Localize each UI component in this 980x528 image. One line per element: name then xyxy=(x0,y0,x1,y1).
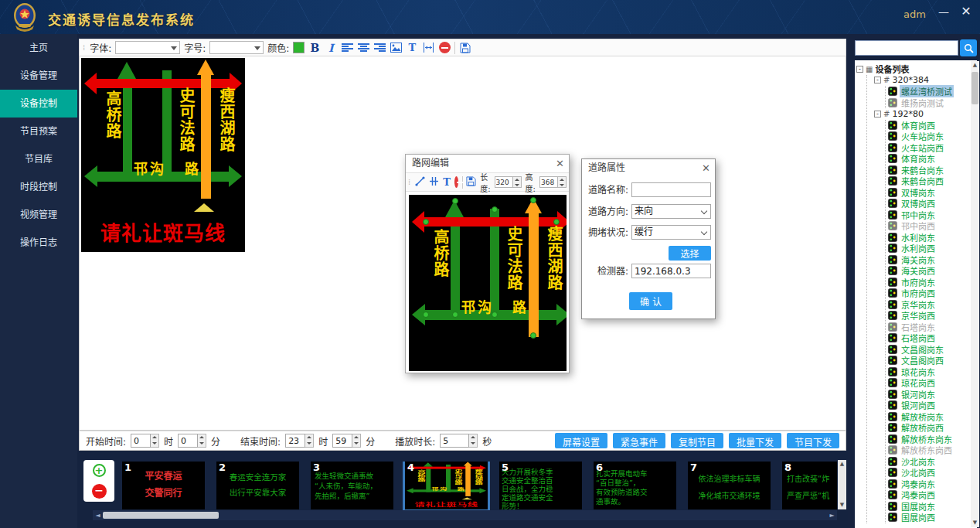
device-item[interactable]: 琼花岗东 xyxy=(888,366,966,378)
device-item[interactable]: 银河岗西 xyxy=(888,400,966,411)
align-right-button[interactable] xyxy=(373,41,386,54)
device-item[interactable]: 解放桥东岗东 xyxy=(888,434,966,445)
length-spinner[interactable] xyxy=(495,176,522,188)
text-tool-button[interactable]: T xyxy=(406,41,418,54)
program-thumbnail[interactable]: 5 大力开展秋冬季交通安全整治百日会战，全力稳定道路交通安全形势！ xyxy=(499,462,582,509)
sign-preview[interactable]: 高桥路 史可法路 瘦西湖路 邗沟 路 请礼让斑马线 xyxy=(81,58,245,252)
align-center-button[interactable] xyxy=(357,41,369,54)
device-item[interactable]: 火车站岗西 xyxy=(888,142,966,154)
device-group[interactable]: - # 320*384 xyxy=(874,75,966,87)
device-item[interactable]: 双博岗西 xyxy=(888,198,966,209)
device-item[interactable]: 琼花岗西 xyxy=(888,377,966,389)
program-thumbnail[interactable]: 7 依法治理非标车辆净化城市交通环境 xyxy=(688,462,771,509)
select-button[interactable]: 选择 xyxy=(669,246,711,261)
device-item[interactable]: 解放桥东岗西 xyxy=(888,445,966,456)
node-handle[interactable] xyxy=(530,332,536,339)
end-hour-input[interactable] xyxy=(285,434,305,448)
program-thumbnail[interactable]: 8 打击改装“炸严查严惩“机 xyxy=(782,462,837,509)
device-search-input[interactable] xyxy=(855,40,958,56)
scroll-right-icon[interactable]: ► xyxy=(827,512,837,519)
dialog-titlebar[interactable]: 路网编辑 ✕ xyxy=(406,155,569,172)
action-button-节目下发[interactable]: 节目下发 xyxy=(787,433,839,448)
scroll-left-icon[interactable]: ◄ xyxy=(93,512,103,519)
duration-input[interactable] xyxy=(440,434,469,448)
program-thumbnail[interactable]: 6 扎实开展电动车“百日整治”，有效预防道路交通事故。 xyxy=(594,462,676,509)
length-input[interactable] xyxy=(495,176,513,188)
device-item[interactable]: 沙北岗西 xyxy=(888,467,966,479)
device-tree-root[interactable]: - ▦ 设备列表 xyxy=(856,63,966,75)
congestion-select[interactable]: 缓行 xyxy=(631,225,711,240)
device-item[interactable]: 市府岗东 xyxy=(888,277,966,288)
action-button-复制节目[interactable]: 复制节目 xyxy=(671,433,723,448)
spinner-buttons[interactable] xyxy=(558,176,567,188)
action-button-屏幕设置[interactable]: 屏幕设置 xyxy=(555,433,607,448)
device-item[interactable]: 沙北岗东 xyxy=(888,456,966,468)
height-input[interactable] xyxy=(539,176,558,188)
save-button[interactable] xyxy=(466,175,476,189)
sidebar-item-设备控制[interactable]: 设备控制 xyxy=(0,90,77,118)
delete-button[interactable] xyxy=(438,41,451,54)
sidebar-item-节目库[interactable]: 节目库 xyxy=(0,145,77,173)
scroll-down-icon[interactable]: ▼ xyxy=(971,519,979,527)
device-group[interactable]: - # 192*80 xyxy=(874,108,966,120)
action-button-批量下发[interactable]: 批量下发 xyxy=(729,433,781,448)
road-name-input[interactable] xyxy=(631,182,711,197)
node-handle[interactable] xyxy=(423,312,429,318)
device-item[interactable]: 火车站岗东 xyxy=(888,131,966,142)
spacing-button[interactable] xyxy=(422,41,434,54)
italic-button[interactable]: I xyxy=(325,41,337,54)
program-thumbnail[interactable]: 1 平安春运交警同行 xyxy=(122,462,205,509)
device-item[interactable]: 体育岗西 xyxy=(888,120,966,131)
node-handle[interactable] xyxy=(553,219,560,225)
device-item[interactable]: 水利岗西 xyxy=(888,243,966,254)
device-item[interactable]: 石塔岗东 xyxy=(888,322,966,333)
vertical-scrollbar[interactable]: ▲ ▼ xyxy=(838,460,846,509)
device-item[interactable]: 国展岗东 xyxy=(888,501,966,513)
align-left-button[interactable] xyxy=(341,41,353,54)
device-item[interactable]: 京华岗西 xyxy=(888,310,966,322)
insert-image-button[interactable] xyxy=(390,41,402,54)
height-spinner[interactable] xyxy=(539,176,567,188)
device-item[interactable]: 解放桥岗东 xyxy=(888,411,966,423)
node-handle[interactable] xyxy=(452,198,458,204)
device-item[interactable]: 邗中岗西 xyxy=(888,220,966,232)
spinner-buttons[interactable] xyxy=(513,176,522,188)
device-item[interactable]: 维扬岗测试 xyxy=(888,97,966,109)
device-item[interactable]: 来鹤台岗东 xyxy=(888,165,966,176)
tree-scrollbar[interactable]: ▲ ▼ xyxy=(971,61,979,527)
program-thumbnail[interactable]: 2 春运安全连万家出行平安靠大家 xyxy=(216,462,299,509)
horizontal-scrollbar[interactable]: ◄ ► xyxy=(93,510,837,520)
duration-spinner[interactable] xyxy=(440,434,478,448)
sidebar-item-主页[interactable]: 主页 xyxy=(0,34,77,62)
device-item[interactable]: 体育岗东 xyxy=(888,153,966,165)
device-item[interactable]: 鸿泰岗东 xyxy=(888,479,966,490)
device-item[interactable]: 水利岗东 xyxy=(888,232,966,244)
node-handle[interactable] xyxy=(492,312,498,318)
sidebar-item-节目预案[interactable]: 节目预案 xyxy=(0,118,77,145)
scroll-up-icon[interactable]: ▲ xyxy=(971,61,979,70)
collapse-icon[interactable]: - xyxy=(856,66,863,73)
remove-program-button[interactable]: − xyxy=(92,484,107,499)
sidebar-item-时段控制[interactable]: 时段控制 xyxy=(0,173,77,201)
device-item[interactable]: 双博岗东 xyxy=(888,187,966,199)
device-item[interactable]: 邗中岗东 xyxy=(888,209,966,221)
road-direction-select[interactable]: 来向 xyxy=(631,204,711,219)
device-item[interactable]: 文昌阁岗东 xyxy=(888,344,966,356)
start-minute-input[interactable] xyxy=(178,434,198,448)
node-handle[interactable] xyxy=(452,312,458,318)
bold-button[interactable]: B xyxy=(308,41,321,54)
close-icon[interactable]: ✕ xyxy=(958,4,974,19)
close-icon[interactable]: ✕ xyxy=(702,159,710,177)
device-item[interactable]: 海关岗西 xyxy=(888,265,966,277)
device-item[interactable]: 海关岗东 xyxy=(888,254,966,266)
sidebar-item-设备管理[interactable]: 设备管理 xyxy=(0,62,77,90)
device-item[interactable]: 市府岗西 xyxy=(888,288,966,299)
device-item[interactable]: 鸿泰岗西 xyxy=(888,489,966,501)
draw-road-button[interactable] xyxy=(415,175,425,189)
confirm-button[interactable]: 确 认 xyxy=(629,292,672,310)
device-item[interactable]: 解放桥岗西 xyxy=(888,422,966,434)
search-button[interactable] xyxy=(960,39,977,56)
size-select[interactable] xyxy=(209,41,264,54)
device-item[interactable]: 文昌阁岗西 xyxy=(888,355,966,366)
collapse-icon[interactable]: - xyxy=(874,77,881,83)
